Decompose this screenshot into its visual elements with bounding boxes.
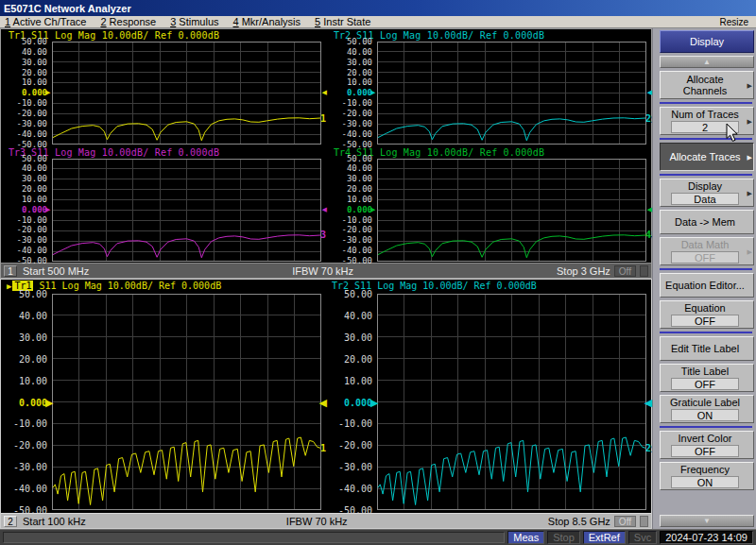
axis-label: 50.00 (22, 37, 47, 46)
status-badge-extref: ExtRef (583, 531, 626, 544)
trace-plot-svg (52, 42, 321, 145)
axis-label: 10.00 (347, 195, 372, 204)
trace-title-ch1-tr3[interactable]: Tr3S11 Log Mag 10.00dB/ Ref 0.000dB (1, 147, 326, 158)
axis-label: 0.000 (22, 205, 47, 214)
start-frequency: Start 500 MHz (23, 265, 89, 277)
axis-label: -10.00 (16, 215, 47, 225)
axis-label: 10.00 (344, 375, 372, 385)
softkey-num-of-traces[interactable]: Num of Traces2▶ (660, 107, 754, 135)
softkey-data-math: Data MathOFF▶ (660, 237, 754, 265)
trace-title-ch2-tr2[interactable]: Tr2 S11 Log Mag 10.00dB/ Ref 0.000dB (326, 280, 651, 293)
plot-area-ch2-tr1[interactable]: ▶◀1 (52, 294, 321, 510)
start-frequency: Start 100 kHz (23, 516, 86, 527)
softkey-frequency[interactable]: FrequencyON (660, 462, 754, 490)
axis-label: -30.00 (341, 119, 372, 128)
title-bar[interactable]: E5071C Network Analyzer (0, 0, 756, 16)
status-stub (640, 516, 648, 527)
y-axis-labels: 50.0040.0030.0020.0010.000.000-10.00-20.… (326, 42, 377, 145)
axis-label: -40.00 (13, 484, 47, 494)
trace-format: S11 Log Mag 10.00dB/ Ref 0.000dB (354, 281, 537, 291)
axis-label: 40.00 (344, 310, 372, 320)
plot-area-ch1-tr1[interactable]: ▶◀1 (52, 42, 321, 145)
axis-label: -50.00 (13, 505, 47, 516)
graph-ch1-tr3: Tr3S11 Log Mag 10.00dB/ Ref 0.000dB 50.0… (1, 146, 326, 264)
axis-label: -20.00 (13, 440, 47, 451)
axis-label: -20.00 (16, 109, 47, 118)
plot-area-ch1-tr4[interactable]: ▶◀4 (377, 159, 646, 262)
sweep-off-badge: Off (614, 516, 636, 527)
plot-area-ch1-tr3[interactable]: ▶◀3 (52, 159, 321, 262)
trace-title-ch1-tr2[interactable]: Tr2S11 Log Mag 10.00dB/ Ref 0.000dB (326, 30, 651, 41)
softkey-label: Graticule Label (670, 397, 740, 408)
softkey-allocate-traces[interactable]: Allocate Traces▶ (660, 143, 754, 171)
axis-label: 20.00 (19, 353, 47, 364)
status-stub (640, 265, 648, 277)
up-arrow-icon: ▲ (703, 59, 711, 66)
softkey-value: OFF (671, 378, 739, 390)
menu-item-response[interactable]: 2 Response (100, 16, 156, 27)
axis-label: -10.00 (338, 418, 372, 429)
submenu-arrow-icon: ▶ (747, 82, 752, 89)
softkey-label: Data -> Mem (675, 216, 735, 228)
menu-items: 1 Active Ch/Trace2 Response3 Stimulus4 M… (5, 16, 385, 27)
plot-area-ch1-tr2[interactable]: ▶◀2 (377, 42, 646, 145)
axis-label: 50.00 (22, 154, 47, 163)
softkey-value: ON (671, 476, 739, 488)
trace-format: S11 Log Mag 10.00dB/ Ref 0.000dB (356, 147, 544, 158)
y-axis-labels: 50.0040.0030.0020.0010.000.000-10.00-20.… (1, 294, 52, 510)
softkey-invert-color[interactable]: Invert ColorOFF (660, 431, 754, 459)
axis-label: 20.00 (22, 184, 47, 194)
softkey-title-label[interactable]: Title LabelOFF (660, 364, 754, 392)
trace-title-ch1-tr4[interactable]: Tr4S11 Log Mag 10.00dB/ Ref 0.000dB (326, 147, 651, 158)
axis-label: 30.00 (19, 332, 47, 342)
axis-label: 50.00 (347, 154, 372, 163)
softkey-value: 2 (671, 121, 739, 133)
axis-label: 40.00 (22, 47, 47, 57)
plot-area-ch2-tr2[interactable]: ▶◀2 (377, 294, 646, 510)
scroll-down-button[interactable]: ▼ (660, 515, 754, 527)
trace-number-label: 2 (645, 113, 651, 124)
axis-label: 30.00 (22, 174, 47, 183)
channel-number-badge: 1 (4, 265, 17, 277)
submenu-arrow-icon: ▶ (747, 190, 752, 196)
softkey-graticule-label[interactable]: Graticule LabelON (660, 395, 754, 423)
trace-title-ch2-tr1[interactable]: ▶Tr1 S11 Log Mag 10.00dB/ Ref 0.000dB (1, 280, 326, 293)
softkey-separator (660, 426, 752, 428)
axis-label: 20.00 (22, 68, 47, 77)
softkey-allocate-channels[interactable]: Allocate Channels▶ (660, 71, 754, 99)
channel-1-window[interactable]: Tr1S11 Log Mag 10.00dB/ Ref 0.000dB 50.0… (0, 28, 652, 279)
axis-label: -30.00 (13, 462, 47, 472)
axis-label: 40.00 (347, 47, 372, 57)
menu-bar: 1 Active Ch/Trace2 Response3 Stimulus4 M… (0, 16, 756, 28)
softkey-label: Equation Editor... (665, 280, 745, 291)
active-trace-arrow-icon: ▶ (7, 281, 11, 291)
trace-plot-svg (377, 42, 646, 145)
menu-item-stimulus[interactable]: 3 Stimulus (170, 16, 218, 27)
scroll-up-button[interactable]: ▲ (660, 56, 754, 68)
softkey-display[interactable]: DisplayData▶ (660, 179, 754, 207)
window-title: E5071C Network Analyzer (4, 3, 131, 14)
axis-label: -40.00 (338, 484, 372, 494)
trace-format: S11 Log Mag 10.00dB/ Ref 0.000dB (31, 30, 219, 41)
axis-label: 30.00 (344, 332, 372, 342)
softkey-edit-title-label[interactable]: Edit Title Label (660, 336, 754, 361)
instrument-status-bar: MeasStopExtRefSvc 2024-07-23 14:09 (0, 529, 756, 545)
channel-1-status-bar: 1 Start 500 MHz IFBW 70 kHz Stop 3 GHz O… (1, 263, 651, 278)
graph-ch1-tr2: Tr2S11 Log Mag 10.00dB/ Ref 0.000dB 50.0… (326, 29, 651, 146)
axis-label: 0.000 (22, 88, 47, 97)
channel-2-window[interactable]: ▶Tr1 S11 Log Mag 10.00dB/ Ref 0.000dB Tr… (0, 279, 652, 529)
menu-item-active-ch-trace[interactable]: 1 Active Ch/Trace (5, 16, 86, 27)
softkey-data-mem[interactable]: Data -> Mem (660, 210, 754, 234)
softkey-equation[interactable]: EquationOFF (660, 300, 754, 329)
down-arrow-icon: ▼ (703, 518, 711, 525)
softkey-value: OFF (671, 315, 739, 327)
trace-title-ch1-tr1[interactable]: Tr1S11 Log Mag 10.00dB/ Ref 0.000dB (1, 30, 326, 41)
softkey-equation-editor[interactable]: Equation Editor... (660, 273, 754, 298)
menu-item-mkr-analysis[interactable]: 4 Mkr/Analysis (233, 16, 301, 27)
menu-item-instr-state[interactable]: 5 Instr State (315, 16, 370, 27)
axis-label: 30.00 (347, 58, 372, 67)
axis-label: 40.00 (19, 310, 47, 320)
resize-label[interactable]: Resize (719, 17, 748, 27)
axis-label: -40.00 (16, 246, 47, 255)
axis-label: -10.00 (13, 418, 47, 429)
